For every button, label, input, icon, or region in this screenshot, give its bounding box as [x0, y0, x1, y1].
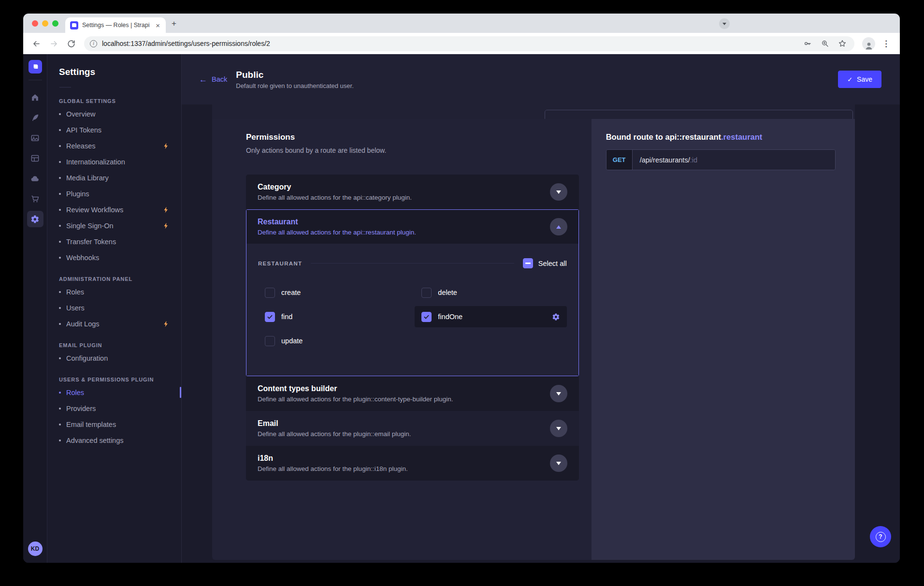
checkbox-findone[interactable]	[421, 312, 432, 322]
checkbox-delete[interactable]	[421, 288, 432, 298]
marketplace-cart-icon[interactable]	[27, 190, 43, 207]
save-button-label: Save	[857, 75, 872, 83]
tab-search-button[interactable]	[719, 18, 730, 29]
url-bar[interactable]: i localhost:1337/admin/settings/users-pe…	[84, 36, 854, 51]
window-minimize-button[interactable]	[42, 20, 48, 27]
sidebar-item-releases[interactable]: Releases	[59, 138, 181, 154]
chevron-down-icon	[556, 190, 561, 194]
sidebar-item-single-sign-on[interactable]: Single Sign-On	[59, 218, 181, 234]
accordion-restaurant: Restaurant Define all allowed actions fo…	[246, 209, 579, 376]
bound-route-panel: Bound route to api::restaurant.restauran…	[592, 119, 855, 560]
action-delete[interactable]: delete	[415, 282, 566, 303]
reload-button[interactable]	[64, 36, 78, 51]
settings-gear-icon[interactable]	[27, 211, 43, 227]
sidebar-item-email-configuration[interactable]: Configuration	[59, 350, 181, 366]
bookmark-star-icon[interactable]	[836, 37, 849, 50]
description-input-top-edge[interactable]	[545, 110, 853, 119]
sidebar-item-label: Configuration	[66, 354, 108, 362]
strapi-app: KD Settings GLOBAL SETTINGS Overview API…	[23, 54, 900, 563]
sidebar-item-label: Transfer Tokens	[66, 238, 116, 246]
content-type-builder-icon[interactable]	[27, 150, 43, 166]
sidebar-item-admin-roles[interactable]: Roles	[59, 284, 181, 300]
sidebar-item-label: Roles	[66, 389, 84, 396]
nav-section-users-permissions-plugin: USERS & PERMISSIONS PLUGIN Roles Provide…	[59, 377, 181, 448]
back-button[interactable]	[29, 36, 43, 51]
select-all-control[interactable]: Select all	[523, 258, 567, 268]
chevron-down-icon	[556, 392, 561, 396]
expand-chevron-button[interactable]	[550, 385, 567, 402]
collapse-chevron-button[interactable]	[550, 218, 567, 235]
sidebar-item-plugins[interactable]: Plugins	[59, 186, 181, 202]
lightning-icon	[162, 222, 170, 229]
page-header: ← Back Public Default role given to unau…	[182, 54, 900, 104]
window-zoom-button[interactable]	[52, 20, 58, 27]
bound-route-title-suffix: .restaurant	[721, 132, 762, 141]
expand-chevron-button[interactable]	[550, 183, 567, 201]
checkbox-create[interactable]	[265, 288, 275, 298]
help-button[interactable]: ?	[870, 526, 891, 547]
sidebar-item-label: Email templates	[66, 421, 116, 428]
accordion-restaurant-header[interactable]: Restaurant Define all allowed actions fo…	[246, 210, 578, 244]
expand-chevron-button[interactable]	[550, 454, 567, 472]
accordion-i18n[interactable]: i18n Define all allowed actions for the …	[246, 446, 579, 481]
sidebar-item-internationalization[interactable]: Internationalization	[59, 154, 181, 170]
sidebar-item-review-workflows[interactable]: Review Workflows	[59, 202, 181, 218]
sidebar-item-label: Media Library	[66, 174, 109, 182]
sidebar-item-transfer-tokens[interactable]: Transfer Tokens	[59, 234, 181, 249]
sidebar-item-label: Single Sign-On	[66, 222, 114, 230]
checkbox-update[interactable]	[265, 336, 275, 346]
sidebar-item-audit-logs[interactable]: Audit Logs	[59, 316, 181, 332]
sidebar-item-providers[interactable]: Providers	[59, 400, 181, 416]
action-settings-gear-icon[interactable]	[552, 313, 560, 321]
nav-section-header: EMAIL PLUGIN	[59, 342, 181, 348]
sidebar-item-media-library[interactable]: Media Library	[59, 170, 181, 186]
sidebar-item-overview[interactable]: Overview	[59, 106, 181, 122]
back-link[interactable]: ← Back	[199, 75, 227, 84]
password-key-icon[interactable]	[801, 37, 814, 50]
main-content: ← Back Public Default role given to unau…	[182, 54, 900, 563]
zoom-icon[interactable]	[819, 37, 831, 50]
tab-close-icon[interactable]: ×	[155, 21, 161, 29]
accordion-category[interactable]: Category Define all allowed actions for …	[246, 175, 579, 209]
sidebar-item-email-templates[interactable]: Email templates	[59, 416, 181, 432]
sidebar-item-up-roles[interactable]: Roles	[59, 384, 181, 400]
back-arrow-icon: ←	[199, 75, 207, 84]
action-findone[interactable]: findOne	[415, 306, 566, 327]
action-find[interactable]: find	[258, 306, 410, 327]
browser-profile-avatar[interactable]	[862, 37, 875, 50]
checkbox-find[interactable]	[265, 312, 275, 322]
cloud-deploy-icon[interactable]	[27, 170, 43, 187]
action-update[interactable]: update	[258, 330, 410, 352]
question-mark-icon: ?	[876, 532, 886, 542]
content-manager-feather-icon[interactable]	[27, 109, 43, 126]
save-button[interactable]: ✓ Save	[838, 71, 881, 88]
accordion-email[interactable]: Email Define all allowed actions for the…	[246, 411, 579, 446]
expand-chevron-button[interactable]	[550, 420, 567, 437]
sidebar-item-api-tokens[interactable]: API Tokens	[59, 122, 181, 138]
nav-section-global-settings: GLOBAL SETTINGS Overview API Tokens Rele…	[59, 98, 181, 265]
browser-menu-icon[interactable]: ⋮	[878, 39, 894, 49]
accordion-description: Define all allowed actions for the plugi…	[258, 465, 542, 472]
select-all-label: Select all	[538, 260, 567, 267]
strapi-logo[interactable]	[29, 60, 42, 73]
user-avatar[interactable]: KD	[28, 542, 43, 556]
sidebar-item-admin-users[interactable]: Users	[59, 300, 181, 316]
media-library-icon[interactable]	[27, 130, 43, 146]
accordion-restaurant-body: Restaurant Select all	[246, 244, 578, 376]
new-tab-button[interactable]: +	[172, 17, 176, 30]
browser-tab-active[interactable]: Settings — Roles | Strapi ×	[65, 17, 166, 33]
action-create[interactable]: create	[258, 282, 410, 303]
sidebar-item-webhooks[interactable]: Webhooks	[59, 249, 181, 265]
permissions-subtitle: Only actions bound by a route are listed…	[246, 146, 579, 154]
chevron-up-icon	[556, 225, 561, 229]
accordion-title: Restaurant	[258, 218, 542, 226]
site-info-icon[interactable]: i	[90, 40, 97, 47]
accordion-description: Define all allowed actions for the api::…	[258, 194, 542, 201]
sidebar-item-advanced-settings[interactable]: Advanced settings	[59, 432, 181, 448]
select-all-checkbox[interactable]	[523, 258, 533, 268]
window-close-button[interactable]	[32, 20, 38, 27]
home-icon[interactable]	[27, 89, 43, 105]
url-text[interactable]: localhost:1337/admin/settings/users-perm…	[102, 40, 796, 47]
accordion-content-types-builder[interactable]: Content types builder Define all allowed…	[246, 376, 579, 411]
forward-button[interactable]	[46, 36, 61, 51]
